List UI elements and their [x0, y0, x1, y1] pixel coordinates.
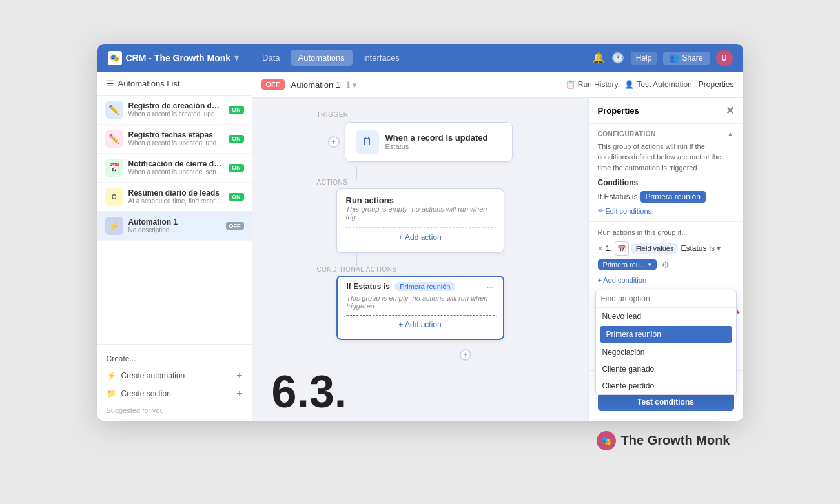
share-button[interactable]: 👥 Share: [663, 52, 709, 65]
automation-name: Automation 1: [291, 80, 341, 90]
app-title-chevron[interactable]: ▾: [234, 53, 239, 63]
sidebar-item-title-3: Notificación de cierre de contrato: [128, 159, 224, 168]
sidebar-item-title-4: Resumen diario de leads: [128, 188, 224, 197]
add-condition-button[interactable]: + Add condition: [598, 276, 734, 284]
actions-title: Run actions: [346, 196, 495, 205]
sidebar-item-icon-1: ✏️: [105, 101, 123, 119]
gear-button[interactable]: ⚙: [659, 258, 672, 271]
dropdown-chevron: ▾: [648, 261, 651, 268]
properties-panel: Properties ✕ CONFIGURATION ▲ This group …: [588, 98, 743, 421]
sidebar-item-subtitle-4: At a scheduled time, find records, and 1…: [128, 197, 224, 205]
field-number: 1.: [606, 244, 612, 253]
plus-icon-section: +: [236, 388, 242, 399]
create-automation-button[interactable]: ⚡ Create automation +: [107, 367, 243, 385]
badge-on-4: ON: [229, 193, 244, 201]
add-trigger-dot[interactable]: +: [328, 136, 340, 148]
sidebar-item-registro-creacion[interactable]: ✏️ Registro de creación del registro Whe…: [97, 96, 252, 125]
logo-area: 🎭 CRM - The Growth Monk ▾: [108, 51, 240, 65]
sidebar-item-subtitle-2: When a record is updated, update a recor…: [128, 139, 224, 146]
nav-tab-interfaces[interactable]: Interfaces: [355, 50, 407, 66]
field-row: × 1. 📅 Field values Estatus is ▾ Primera…: [598, 241, 734, 271]
dropdown-option-nuevo-lead[interactable]: Nuevo lead: [596, 308, 736, 325]
add-action-button-1[interactable]: + Add action: [343, 227, 497, 247]
brand-name: The Growth Monk: [621, 433, 730, 448]
conditions-value: If Estatus is: [598, 192, 638, 201]
dropdown-select-button[interactable]: Primera reu... ▾: [598, 259, 657, 270]
trigger-label: TRIGGER: [317, 111, 349, 118]
nav-tab-automations[interactable]: Automations: [291, 50, 353, 66]
actions-block: Run actions This group is empty–no actio…: [336, 188, 504, 253]
config-chevron[interactable]: ▲: [727, 130, 733, 137]
actions-section: Run actions This group is empty–no actio…: [336, 188, 504, 253]
add-node-dot[interactable]: +: [460, 349, 471, 361]
field-estatus-label: Estatus: [681, 244, 706, 253]
conditional-menu-icon[interactable]: ···: [487, 282, 494, 292]
field-remove-x[interactable]: ×: [598, 243, 603, 254]
nav-tab-data[interactable]: Data: [254, 50, 287, 66]
help-button[interactable]: Help: [631, 52, 657, 65]
sidebar-item-content-4: Resumen diario de leads At a scheduled t…: [128, 188, 224, 205]
conditional-title: If Estatus is Primera reunión: [347, 282, 456, 291]
sidebar-item-title-2: Registro fechas etapas: [128, 130, 224, 139]
condition-tag: Primera reunión: [640, 191, 706, 203]
suggested-label: Suggested for you: [107, 403, 243, 414]
run-actions-label: Run actions in this group if...: [598, 228, 734, 236]
sidebar-item-content-2: Registro fechas etapas When a record is …: [128, 130, 224, 146]
automation-toolbar: OFF Automation 1 ℹ ▾ 📋 Run History 👤 Tes…: [252, 72, 743, 98]
nav-right: 🔔 🕐 Help 👥 Share U: [592, 50, 733, 66]
trigger-subtitle: Estatus: [385, 143, 488, 150]
top-nav: 🎭 CRM - The Growth Monk ▾ Data Automatio…: [97, 44, 743, 72]
sidebar: ☰ Automations List ✏️ Registro de creaci…: [97, 72, 252, 421]
sidebar-title: Automations List: [118, 79, 180, 88]
brand-logo-icon: 🎭: [597, 431, 616, 450]
dropdown-option-cliente-ganado[interactable]: Cliente ganado: [596, 361, 736, 378]
properties-button[interactable]: Properties: [699, 80, 734, 89]
test-automation-button[interactable]: 👤 Test Automation: [624, 80, 691, 89]
field-calendar-icon[interactable]: 📅: [615, 241, 629, 256]
dropdown-option-primera-reunion[interactable]: Primera reunión: [600, 326, 732, 343]
sidebar-item-subtitle-3: When a record is updated, send a Slack m…: [128, 168, 224, 176]
sidebar-item-registro-fechas[interactable]: ✏️ Registro fechas etapas When a record …: [97, 125, 252, 154]
field-is-label[interactable]: is ▾: [709, 244, 721, 253]
user-avatar[interactable]: U: [716, 50, 733, 66]
sidebar-item-content-3: Notificación de cierre de contrato When …: [128, 159, 224, 176]
dropdown-option-negociacion[interactable]: Negociación: [596, 344, 736, 361]
sidebar-item-icon-2: ✏️: [105, 130, 123, 148]
sidebar-item-title-5: Automation 1: [128, 217, 221, 227]
config-label: CONFIGURATION: [598, 130, 656, 137]
field-values-button[interactable]: Field values: [631, 243, 679, 254]
sidebar-item-subtitle-1: When a record is created, update a recor…: [128, 110, 224, 117]
test-conditions-button[interactable]: Test conditions: [598, 393, 734, 411]
conditional-status-tag: Primera reunión: [394, 282, 455, 291]
conditional-subtitle: This group is empty–no actions will run …: [338, 294, 503, 312]
create-section-button[interactable]: 📁 Create section +: [107, 385, 243, 403]
toggle-off-button[interactable]: OFF: [261, 79, 285, 90]
sidebar-footer: Create... ⚡ Create automation + 📁 Create…: [97, 344, 252, 421]
config-section: CONFIGURATION ▲ This group of actions wi…: [589, 124, 743, 223]
run-history-button[interactable]: 📋 Run History: [566, 80, 619, 89]
add-node-connector: +: [460, 349, 471, 361]
toolbar-right: 📋 Run History 👤 Test Automation Properti…: [566, 80, 734, 89]
sidebar-item-content-1: Registro de creación del registro When a…: [128, 101, 224, 117]
sidebar-item-resumen[interactable]: C Resumen diario de leads At a scheduled…: [97, 183, 252, 212]
dropdown-search-input[interactable]: [601, 294, 731, 303]
add-action-button-2[interactable]: + Add action: [344, 315, 497, 334]
sidebar-item-notificacion[interactable]: 📅 Notificación de cierre de contrato Whe…: [97, 154, 252, 183]
dropdown-option-cliente-perdido[interactable]: Cliente perdido: [596, 378, 736, 394]
edit-conditions-link[interactable]: ✏ Edit conditions: [598, 207, 734, 215]
sidebar-item-automation1[interactable]: ⚡ Automation 1 No description OFF: [97, 212, 252, 241]
bell-icon[interactable]: 🔔: [592, 52, 605, 64]
properties-close-button[interactable]: ✕: [726, 105, 734, 117]
properties-header: Properties ✕: [589, 98, 743, 124]
history-icon[interactable]: 🕐: [611, 52, 624, 64]
create-label: Create...: [107, 351, 243, 367]
sidebar-item-content-5: Automation 1 No description: [128, 217, 221, 234]
canvas-main: TRIGGER + 🗒 When a record is updated Est…: [252, 98, 588, 421]
trigger-block[interactable]: 🗒 When a record is updated Estatus: [345, 122, 513, 162]
properties-title: Properties: [598, 106, 639, 116]
trigger-title: When a record is updated: [385, 133, 488, 143]
automation-info-icon[interactable]: ℹ ▾: [347, 80, 357, 90]
actions-header: Run actions This group is empty–no actio…: [337, 189, 504, 225]
trigger-icon: 🗒: [356, 130, 379, 154]
connector-2: [356, 253, 357, 266]
